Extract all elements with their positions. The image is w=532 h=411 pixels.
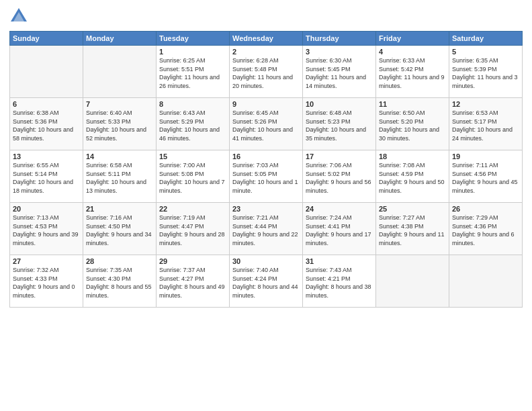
- col-header-saturday: Saturday: [449, 32, 523, 46]
- day-info: Sunrise: 6:58 AM Sunset: 5:11 PM Dayligh…: [86, 161, 153, 195]
- day-number: 27: [13, 257, 80, 265]
- day-cell: 17Sunrise: 7:06 AM Sunset: 5:02 PM Dayli…: [303, 150, 376, 203]
- day-info: Sunrise: 7:06 AM Sunset: 5:02 PM Dayligh…: [306, 161, 373, 195]
- day-cell: 2Sunrise: 6:28 AM Sunset: 5:48 PM Daylig…: [230, 46, 303, 98]
- day-number: 20: [13, 205, 80, 213]
- day-info: Sunrise: 7:03 AM Sunset: 5:05 PM Dayligh…: [232, 161, 300, 195]
- day-cell: 20Sunrise: 7:13 AM Sunset: 4:53 PM Dayli…: [10, 203, 83, 255]
- day-cell: 31Sunrise: 7:43 AM Sunset: 4:21 PM Dayli…: [303, 255, 376, 308]
- col-header-wednesday: Wednesday: [230, 32, 303, 46]
- day-info: Sunrise: 6:55 AM Sunset: 5:14 PM Dayligh…: [13, 161, 80, 195]
- day-number: 10: [306, 100, 373, 108]
- day-number: 31: [306, 257, 373, 265]
- day-number: 30: [232, 257, 300, 265]
- day-cell: 15Sunrise: 7:00 AM Sunset: 5:08 PM Dayli…: [157, 150, 230, 203]
- day-info: Sunrise: 7:27 AM Sunset: 4:38 PM Dayligh…: [379, 214, 446, 247]
- day-info: Sunrise: 6:50 AM Sunset: 5:20 PM Dayligh…: [379, 109, 446, 142]
- day-info: Sunrise: 6:30 AM Sunset: 5:45 PM Dayligh…: [306, 56, 373, 90]
- day-cell: [10, 46, 83, 98]
- logo-icon: [9, 7, 28, 26]
- week-row-5: 27Sunrise: 7:32 AM Sunset: 4:33 PM Dayli…: [10, 255, 523, 308]
- day-number: 28: [86, 257, 153, 265]
- day-cell: 11Sunrise: 6:50 AM Sunset: 5:20 PM Dayli…: [376, 98, 449, 150]
- week-row-1: 1Sunrise: 6:25 AM Sunset: 5:51 PM Daylig…: [10, 46, 523, 98]
- day-cell: 8Sunrise: 6:43 AM Sunset: 5:29 PM Daylig…: [157, 98, 230, 150]
- day-info: Sunrise: 7:40 AM Sunset: 4:24 PM Dayligh…: [232, 266, 300, 300]
- day-cell: 3Sunrise: 6:30 AM Sunset: 5:45 PM Daylig…: [303, 46, 376, 98]
- day-number: 7: [86, 100, 153, 108]
- day-number: 24: [306, 205, 373, 213]
- col-header-sunday: Sunday: [10, 32, 83, 46]
- day-info: Sunrise: 7:29 AM Sunset: 4:36 PM Dayligh…: [452, 214, 519, 247]
- day-cell: 16Sunrise: 7:03 AM Sunset: 5:05 PM Dayli…: [230, 150, 303, 203]
- day-cell: 1Sunrise: 6:25 AM Sunset: 5:51 PM Daylig…: [157, 46, 230, 98]
- day-number: 13: [13, 152, 80, 161]
- day-cell: [376, 255, 449, 308]
- day-cell: 26Sunrise: 7:29 AM Sunset: 4:36 PM Dayli…: [449, 203, 523, 255]
- day-number: 6: [13, 100, 80, 108]
- day-cell: 10Sunrise: 6:48 AM Sunset: 5:23 PM Dayli…: [303, 98, 376, 150]
- day-number: 11: [379, 100, 446, 108]
- week-row-4: 20Sunrise: 7:13 AM Sunset: 4:53 PM Dayli…: [10, 203, 523, 255]
- week-row-2: 6Sunrise: 6:38 AM Sunset: 5:36 PM Daylig…: [10, 98, 523, 150]
- day-info: Sunrise: 7:13 AM Sunset: 4:53 PM Dayligh…: [13, 214, 80, 247]
- day-number: 12: [452, 100, 519, 108]
- day-info: Sunrise: 7:00 AM Sunset: 5:08 PM Dayligh…: [159, 161, 226, 195]
- day-number: 1: [159, 48, 226, 56]
- day-info: Sunrise: 7:32 AM Sunset: 4:33 PM Dayligh…: [13, 266, 80, 300]
- day-info: Sunrise: 7:19 AM Sunset: 4:47 PM Dayligh…: [159, 214, 226, 247]
- day-cell: [83, 46, 157, 98]
- day-info: Sunrise: 6:40 AM Sunset: 5:33 PM Dayligh…: [86, 109, 153, 142]
- day-info: Sunrise: 7:21 AM Sunset: 4:44 PM Dayligh…: [232, 214, 300, 247]
- col-header-monday: Monday: [83, 32, 157, 46]
- day-cell: 13Sunrise: 6:55 AM Sunset: 5:14 PM Dayli…: [10, 150, 83, 203]
- day-number: 25: [379, 205, 446, 213]
- day-cell: 4Sunrise: 6:33 AM Sunset: 5:42 PM Daylig…: [376, 46, 449, 98]
- col-header-thursday: Thursday: [303, 32, 376, 46]
- logo: [9, 7, 31, 26]
- day-cell: 24Sunrise: 7:24 AM Sunset: 4:41 PM Dayli…: [303, 203, 376, 255]
- day-number: 22: [159, 205, 226, 213]
- main-container: SundayMondayTuesdayWednesdayThursdayFrid…: [0, 0, 532, 314]
- header-row: SundayMondayTuesdayWednesdayThursdayFrid…: [10, 32, 523, 46]
- day-cell: 29Sunrise: 7:37 AM Sunset: 4:27 PM Dayli…: [157, 255, 230, 308]
- day-number: 29: [159, 257, 226, 265]
- day-cell: 9Sunrise: 6:45 AM Sunset: 5:26 PM Daylig…: [230, 98, 303, 150]
- day-info: Sunrise: 7:08 AM Sunset: 4:59 PM Dayligh…: [379, 161, 446, 195]
- day-number: 2: [232, 48, 300, 56]
- week-row-3: 13Sunrise: 6:55 AM Sunset: 5:14 PM Dayli…: [10, 150, 523, 203]
- header: [9, 7, 523, 26]
- day-info: Sunrise: 6:33 AM Sunset: 5:42 PM Dayligh…: [379, 56, 446, 90]
- day-number: 18: [379, 152, 446, 161]
- day-cell: 7Sunrise: 6:40 AM Sunset: 5:33 PM Daylig…: [83, 98, 157, 150]
- day-cell: 6Sunrise: 6:38 AM Sunset: 5:36 PM Daylig…: [10, 98, 83, 150]
- day-number: 26: [452, 205, 519, 213]
- day-info: Sunrise: 7:24 AM Sunset: 4:41 PM Dayligh…: [306, 214, 373, 247]
- day-cell: 14Sunrise: 6:58 AM Sunset: 5:11 PM Dayli…: [83, 150, 157, 203]
- day-info: Sunrise: 7:11 AM Sunset: 4:56 PM Dayligh…: [452, 161, 519, 195]
- day-cell: 30Sunrise: 7:40 AM Sunset: 4:24 PM Dayli…: [230, 255, 303, 308]
- day-cell: 23Sunrise: 7:21 AM Sunset: 4:44 PM Dayli…: [230, 203, 303, 255]
- day-info: Sunrise: 7:16 AM Sunset: 4:50 PM Dayligh…: [86, 214, 153, 247]
- day-number: 19: [452, 152, 519, 161]
- day-cell: 5Sunrise: 6:35 AM Sunset: 5:39 PM Daylig…: [449, 46, 523, 98]
- day-info: Sunrise: 6:28 AM Sunset: 5:48 PM Dayligh…: [232, 56, 300, 90]
- day-info: Sunrise: 6:25 AM Sunset: 5:51 PM Dayligh…: [159, 56, 226, 90]
- day-info: Sunrise: 7:37 AM Sunset: 4:27 PM Dayligh…: [159, 266, 226, 300]
- day-info: Sunrise: 6:48 AM Sunset: 5:23 PM Dayligh…: [306, 109, 373, 142]
- calendar-table: SundayMondayTuesdayWednesdayThursdayFrid…: [9, 31, 523, 308]
- day-number: 5: [452, 48, 519, 56]
- day-number: 4: [379, 48, 446, 56]
- day-info: Sunrise: 6:35 AM Sunset: 5:39 PM Dayligh…: [452, 56, 519, 90]
- day-number: 16: [232, 152, 300, 161]
- day-info: Sunrise: 6:38 AM Sunset: 5:36 PM Dayligh…: [13, 109, 80, 142]
- day-cell: 28Sunrise: 7:35 AM Sunset: 4:30 PM Dayli…: [83, 255, 157, 308]
- day-info: Sunrise: 7:35 AM Sunset: 4:30 PM Dayligh…: [86, 266, 153, 300]
- day-cell: 21Sunrise: 7:16 AM Sunset: 4:50 PM Dayli…: [83, 203, 157, 255]
- day-cell: 22Sunrise: 7:19 AM Sunset: 4:47 PM Dayli…: [157, 203, 230, 255]
- day-cell: [449, 255, 523, 308]
- day-number: 23: [232, 205, 300, 213]
- day-info: Sunrise: 7:43 AM Sunset: 4:21 PM Dayligh…: [306, 266, 373, 300]
- day-cell: 25Sunrise: 7:27 AM Sunset: 4:38 PM Dayli…: [376, 203, 449, 255]
- day-number: 17: [306, 152, 373, 161]
